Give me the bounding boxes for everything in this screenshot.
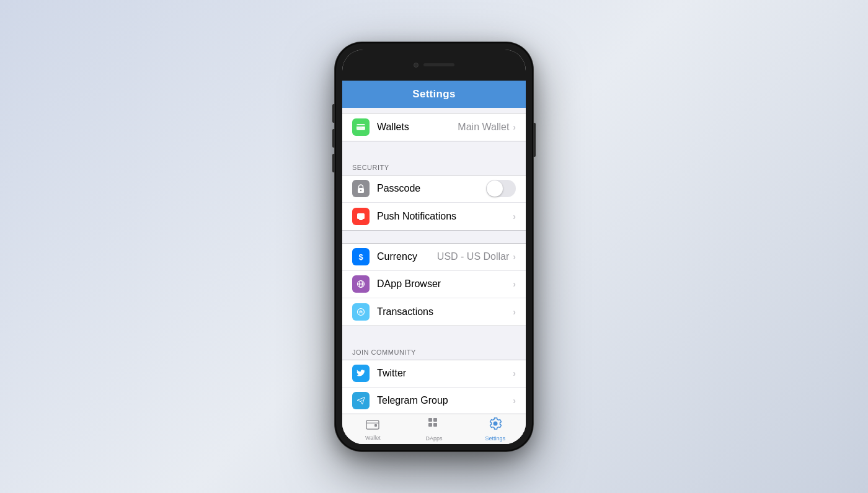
- wallet-tab-icon: [366, 417, 379, 433]
- svg-point-4: [360, 190, 361, 191]
- tab-dapps[interactable]: DApps: [404, 414, 465, 444]
- page-title: Settings: [412, 88, 455, 100]
- transactions-label: Transactions: [377, 306, 513, 318]
- push-notifications-chevron: ›: [513, 211, 516, 221]
- dapp-browser-label: DApp Browser: [377, 278, 513, 290]
- lock-svg: [356, 184, 365, 193]
- wallets-label: Wallets: [377, 122, 458, 133]
- tab-settings[interactable]: Settings: [464, 414, 526, 444]
- passcode-label: Passcode: [377, 183, 486, 194]
- tab-bar: Wallet DApps: [342, 414, 526, 444]
- svg-rect-13: [366, 422, 379, 424]
- dapp-browser-row[interactable]: DApp Browser ›: [342, 271, 526, 298]
- svg-rect-1: [356, 125, 365, 127]
- passcode-icon: [352, 180, 370, 197]
- navigation-bar: Settings: [342, 81, 526, 108]
- spacer-2: [342, 231, 526, 243]
- telegram-chevron: ›: [513, 396, 516, 406]
- push-notifications-icon: [352, 208, 370, 225]
- wallet-svg: [356, 122, 366, 132]
- transactions-svg: [356, 308, 365, 316]
- telegram-row[interactable]: Telegram Group ›: [342, 388, 526, 414]
- community-group: JOIN COMMUNITY Twitter ›: [342, 339, 526, 414]
- svg-rect-2: [362, 127, 364, 128]
- dapp-browser-icon: [352, 275, 370, 293]
- transactions-chevron: ›: [513, 307, 516, 317]
- push-notifications-label: Push Notifications: [377, 211, 513, 222]
- settings-tab-label: Settings: [485, 435, 505, 442]
- passcode-row[interactable]: Passcode: [342, 175, 526, 203]
- twitter-icon: [352, 365, 370, 382]
- dapps-tab-svg: [427, 417, 441, 430]
- currency-icon: $: [352, 248, 370, 265]
- wallets-value: Main Wallet: [458, 122, 509, 133]
- settings-tab-svg: [489, 417, 502, 430]
- telegram-label: Telegram Group: [377, 395, 513, 406]
- settings-tab-icon: [489, 417, 502, 434]
- telegram-svg: [356, 396, 365, 405]
- currency-row[interactable]: $ Currency USD - US Dollar ›: [342, 244, 526, 271]
- settings-list[interactable]: Wallets Main Wallet › SECURITY: [342, 108, 526, 414]
- community-header: JOIN COMMUNITY: [342, 339, 526, 360]
- browser-svg: [356, 280, 365, 288]
- toggle-knob: [487, 180, 503, 197]
- svg-rect-18: [433, 423, 437, 427]
- transactions-icon: [352, 303, 370, 321]
- currency-chevron: ›: [513, 252, 516, 262]
- dapps-tab-label: DApps: [426, 435, 443, 442]
- passcode-toggle[interactable]: [486, 180, 516, 197]
- twitter-svg: [356, 370, 365, 377]
- svg-rect-16: [433, 418, 437, 422]
- security-header: SECURITY: [342, 154, 526, 175]
- dollar-glyph: $: [358, 252, 363, 262]
- wallets-card: Wallets Main Wallet ›: [342, 113, 526, 141]
- camera: [414, 63, 418, 68]
- wallets-icon: [352, 118, 370, 136]
- twitter-chevron: ›: [513, 368, 516, 378]
- phone-screen: Settings: [342, 50, 526, 444]
- notification-svg: [356, 212, 365, 221]
- wallets-chevron: ›: [513, 122, 516, 132]
- dapp-browser-chevron: ›: [513, 279, 516, 289]
- svg-point-7: [360, 219, 361, 220]
- currency-label: Currency: [377, 251, 437, 262]
- push-notifications-row[interactable]: Push Notifications ›: [342, 203, 526, 230]
- spacer-1: [342, 141, 526, 154]
- speaker: [423, 63, 454, 66]
- phone-notch: [342, 50, 526, 81]
- preferences-card: $ Currency USD - US Dollar ›: [342, 243, 526, 326]
- twitter-row[interactable]: Twitter ›: [342, 360, 526, 388]
- twitter-label: Twitter: [377, 368, 513, 379]
- svg-rect-5: [357, 213, 365, 219]
- dapps-tab-icon: [427, 417, 441, 434]
- wallet-tab-svg: [366, 419, 379, 430]
- svg-rect-15: [428, 418, 432, 422]
- security-group: SECURITY Passcode: [342, 154, 526, 231]
- transactions-row[interactable]: Transactions ›: [342, 298, 526, 326]
- phone-frame: Settings: [335, 42, 533, 451]
- top-spacer: [342, 108, 526, 113]
- wallets-group: Wallets Main Wallet ›: [342, 113, 526, 141]
- tab-wallet[interactable]: Wallet: [342, 414, 404, 444]
- preferences-group: $ Currency USD - US Dollar ›: [342, 243, 526, 326]
- currency-value: USD - US Dollar: [437, 251, 509, 262]
- svg-rect-17: [428, 423, 432, 427]
- community-card: Twitter › Telegram Group: [342, 360, 526, 414]
- wallet-tab-label: Wallet: [365, 435, 381, 441]
- svg-rect-14: [374, 424, 377, 427]
- telegram-icon: [352, 392, 370, 409]
- app-screen: Settings: [342, 81, 526, 444]
- wallets-row[interactable]: Wallets Main Wallet ›: [342, 113, 526, 141]
- spacer-3: [342, 326, 526, 339]
- security-card: Passcode: [342, 175, 526, 231]
